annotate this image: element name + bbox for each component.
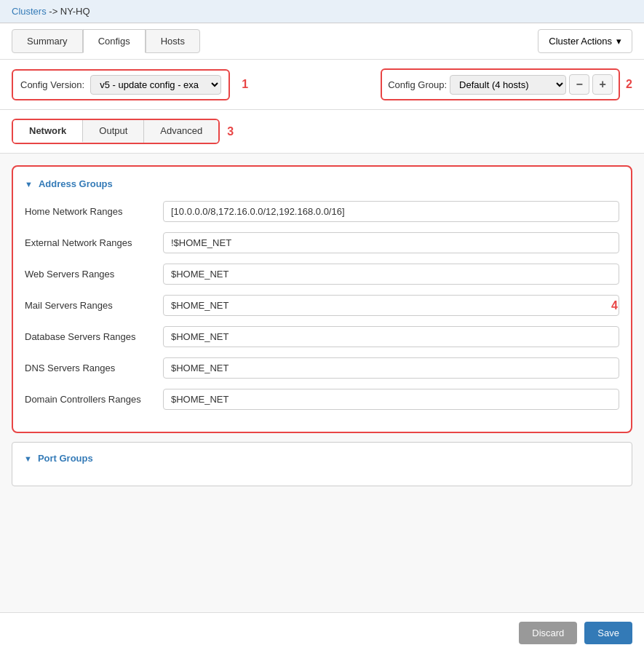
annotation-4: 4 xyxy=(611,299,618,312)
breadcrumb: Clusters -> NY-HQ xyxy=(12,6,632,17)
breadcrumb-arrow: -> xyxy=(49,6,57,17)
address-groups-title: Address Groups xyxy=(39,178,113,189)
annotation-3: 3 xyxy=(227,125,234,138)
field-input-mail-servers[interactable] xyxy=(163,295,619,316)
main-tabs: Summary Configs Hosts xyxy=(12,29,200,53)
field-input-home-network[interactable] xyxy=(163,201,619,222)
sub-tab-advanced[interactable]: Advanced xyxy=(144,120,218,143)
cluster-name: NY-HQ xyxy=(60,6,90,17)
dropdown-icon: ▾ xyxy=(616,36,621,47)
field-input-dns-servers[interactable] xyxy=(163,357,619,379)
field-input-database-servers[interactable] xyxy=(163,326,619,347)
field-row-external-network: External Network Ranges xyxy=(25,232,619,253)
save-button[interactable]: Save xyxy=(584,622,632,644)
field-label-home-network: Home Network Ranges xyxy=(25,206,163,217)
cluster-actions-button[interactable]: Cluster Actions ▾ xyxy=(538,29,632,53)
config-version-label: Config Version: xyxy=(20,79,84,90)
tab-bar: Summary Configs Hosts Cluster Actions ▾ xyxy=(0,23,644,60)
field-label-web-servers: Web Servers Ranges xyxy=(25,269,163,280)
field-label-mail-servers: Mail Servers Ranges xyxy=(25,300,163,311)
config-version-select[interactable]: v5 - update config - exa xyxy=(90,75,221,95)
field-row-database-servers: Database Servers Ranges xyxy=(25,326,619,347)
field-row-web-servers: Web Servers Ranges xyxy=(25,264,619,285)
field-row-home-network: Home Network Ranges xyxy=(25,201,619,222)
field-row-domain-controllers: Domain Controllers Ranges xyxy=(25,389,619,410)
address-groups-header: ▼ Address Groups xyxy=(25,178,619,189)
collapse-icon[interactable]: ▼ xyxy=(25,180,33,189)
add-group-button[interactable]: + xyxy=(592,74,613,95)
field-input-domain-controllers[interactable] xyxy=(163,389,619,410)
sub-tab-network[interactable]: Network xyxy=(13,120,83,143)
annotation-2: 2 xyxy=(626,78,632,91)
field-row-dns-servers: DNS Servers Ranges xyxy=(25,357,619,379)
main-content: ▼ Address Groups Home Network Ranges Ext… xyxy=(0,154,644,612)
config-group-wrapper: Config Group: Default (4 hosts) − + xyxy=(381,68,620,100)
field-input-external-network[interactable] xyxy=(163,232,619,253)
sub-tabs: Network Output Advanced xyxy=(12,119,220,144)
sub-tab-output[interactable]: Output xyxy=(83,120,144,143)
address-groups-section: ▼ Address Groups Home Network Ranges Ext… xyxy=(12,165,632,433)
tab-summary[interactable]: Summary xyxy=(12,29,83,53)
port-groups-header: ▼ Port Groups xyxy=(24,453,620,464)
port-groups-collapse-icon[interactable]: ▼ xyxy=(24,454,32,463)
field-label-dns-servers: DNS Servers Ranges xyxy=(25,363,163,373)
field-label-database-servers: Database Servers Ranges xyxy=(25,331,163,342)
field-row-mail-servers: Mail Servers Ranges xyxy=(25,295,619,316)
port-groups-title: Port Groups xyxy=(38,453,93,464)
footer: Discard Save xyxy=(0,612,644,653)
discard-button[interactable]: Discard xyxy=(519,622,577,644)
clusters-link[interactable]: Clusters xyxy=(12,6,47,17)
config-bar: Config Version: v5 - update config - exa… xyxy=(0,60,644,110)
port-groups-section: ▼ Port Groups xyxy=(12,442,632,486)
field-label-domain-controllers: Domain Controllers Ranges xyxy=(25,394,163,405)
sub-tab-bar: Network Output Advanced 3 xyxy=(0,110,644,154)
annotation-1: 1 xyxy=(242,78,248,91)
field-input-web-servers[interactable] xyxy=(163,264,619,285)
tab-hosts[interactable]: Hosts xyxy=(146,29,200,53)
config-version-group: Config Version: v5 - update config - exa xyxy=(12,69,230,100)
remove-group-button[interactable]: − xyxy=(569,74,589,95)
config-group-label: Config Group: xyxy=(388,79,447,90)
field-label-external-network: External Network Ranges xyxy=(25,237,163,248)
tab-configs[interactable]: Configs xyxy=(83,29,146,53)
config-group-select[interactable]: Default (4 hosts) xyxy=(450,75,566,95)
